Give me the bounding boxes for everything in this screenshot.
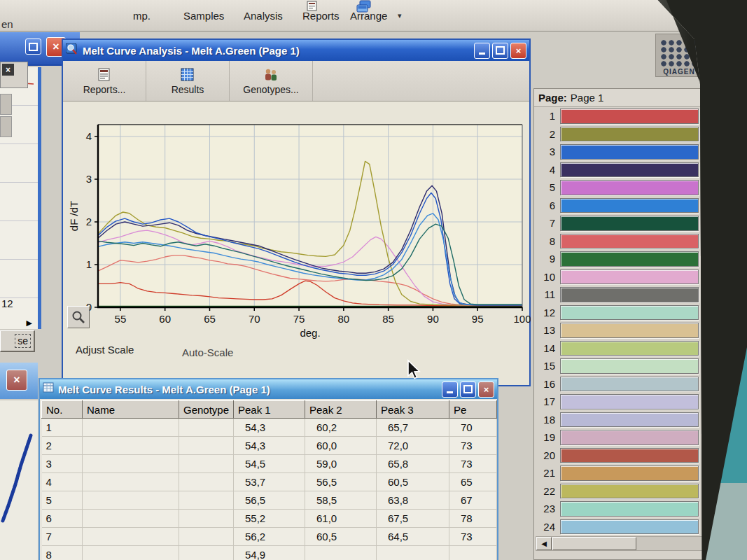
- table-cell[interactable]: 67: [449, 491, 497, 510]
- table-cell[interactable]: 60,5: [377, 473, 449, 491]
- table-cell[interactable]: 58,5: [305, 491, 377, 510]
- table-cell[interactable]: 65: [449, 473, 497, 491]
- scrollbar-thumb[interactable]: [552, 537, 636, 550]
- table-cell[interactable]: [83, 419, 179, 437]
- minimize-button[interactable]: [474, 43, 490, 59]
- table-cell[interactable]: [83, 510, 179, 528]
- row-number-cell[interactable]: 7: [42, 528, 83, 546]
- sample-color-swatch[interactable]: [560, 162, 699, 178]
- close-button-partial[interactable]: se: [0, 330, 35, 352]
- table-cell[interactable]: [83, 437, 179, 455]
- sample-color-swatch[interactable]: [560, 501, 699, 517]
- sample-color-swatch[interactable]: [560, 198, 699, 214]
- row-number-cell[interactable]: 8: [42, 546, 83, 560]
- table-cell[interactable]: 78: [449, 510, 497, 528]
- table-cell[interactable]: [179, 510, 234, 528]
- sample-color-swatch[interactable]: [560, 448, 699, 463]
- close-button[interactable]: ×: [478, 382, 494, 398]
- table-cell[interactable]: 60,2: [305, 419, 377, 437]
- table-cell[interactable]: 54,9: [234, 546, 305, 560]
- column-header-name[interactable]: Name: [83, 401, 179, 419]
- sample-color-swatch[interactable]: [560, 180, 699, 195]
- table-cell[interactable]: 54,3: [234, 437, 305, 455]
- table-cell[interactable]: 70: [449, 419, 497, 437]
- sample-color-swatch[interactable]: [560, 108, 699, 124]
- dropdown-arrow-icon[interactable]: ▾: [398, 11, 402, 20]
- sample-color-swatch[interactable]: [560, 465, 699, 481]
- sample-color-swatch[interactable]: [560, 216, 699, 231]
- sample-color-swatch[interactable]: [560, 341, 699, 356]
- table-cell[interactable]: [179, 491, 234, 510]
- row-number-cell[interactable]: 6: [42, 510, 83, 528]
- table-cell[interactable]: [83, 473, 179, 491]
- column-header-genotype[interactable]: Genotype: [179, 401, 234, 419]
- table-cell[interactable]: 65,7: [377, 419, 449, 437]
- maximize-button[interactable]: [25, 38, 41, 55]
- table-cell[interactable]: 56,5: [305, 473, 377, 491]
- table-cell[interactable]: [83, 546, 179, 560]
- sample-color-swatch[interactable]: [560, 484, 699, 499]
- zoom-tool-button[interactable]: [67, 306, 90, 328]
- sample-color-swatch[interactable]: [560, 270, 699, 285]
- adjust-scale-button[interactable]: Adjust Scale: [76, 344, 134, 356]
- row-number-cell[interactable]: 3: [42, 455, 83, 473]
- table-cell[interactable]: 63,8: [377, 491, 449, 510]
- table-cell[interactable]: 73: [449, 437, 497, 455]
- maximize-button[interactable]: [492, 43, 508, 59]
- row-number-cell[interactable]: 2: [42, 437, 83, 455]
- table-cell[interactable]: 56,5: [234, 491, 305, 510]
- sample-color-swatch[interactable]: [560, 394, 699, 410]
- sample-color-swatch[interactable]: [560, 412, 699, 428]
- maximize-button[interactable]: [460, 382, 476, 398]
- sample-color-swatch[interactable]: [560, 251, 699, 267]
- play-arrow-icon[interactable]: ▶: [27, 318, 32, 328]
- table-cell[interactable]: [179, 546, 234, 560]
- table-cell[interactable]: 54,3: [234, 419, 305, 437]
- table-cell[interactable]: 73: [449, 455, 497, 473]
- table-cell[interactable]: [377, 546, 449, 560]
- sample-color-swatch[interactable]: [560, 323, 699, 338]
- close-button[interactable]: ×: [6, 370, 27, 391]
- menu-item-partial[interactable]: mp.: [133, 10, 151, 22]
- background-panel-close[interactable]: ×: [0, 62, 28, 88]
- analysis-window-titlebar[interactable]: Melt Curve Analysis - Melt A.Green (Page…: [63, 40, 529, 61]
- table-cell[interactable]: 54,5: [234, 455, 305, 473]
- table-cell[interactable]: 67,5: [377, 510, 449, 528]
- table-cell[interactable]: [179, 455, 234, 473]
- table-cell[interactable]: [449, 546, 497, 560]
- sample-color-swatch[interactable]: [560, 305, 699, 321]
- close-button[interactable]: ×: [510, 43, 526, 59]
- list-item[interactable]: [0, 94, 12, 115]
- sample-color-swatch[interactable]: [560, 519, 699, 535]
- genotypes-button[interactable]: Genotypes...: [230, 61, 313, 101]
- sample-color-swatch[interactable]: [560, 430, 699, 445]
- column-header-pe[interactable]: Pe: [449, 401, 497, 419]
- row-number-cell[interactable]: 1: [42, 419, 83, 437]
- table-cell[interactable]: 61,0: [305, 510, 377, 528]
- column-header-peak-2[interactable]: Peak 2: [305, 401, 377, 419]
- results-window-titlebar[interactable]: Melt Curve Results - Melt A.Green (Page …: [40, 379, 497, 399]
- table-cell[interactable]: 56,2: [234, 528, 305, 546]
- table-cell[interactable]: 72,0: [377, 437, 449, 455]
- table-cell[interactable]: 60,0: [305, 437, 377, 455]
- table-cell[interactable]: [83, 455, 179, 473]
- table-cell[interactable]: [305, 546, 377, 560]
- auto-scale-button[interactable]: Auto-Scale: [182, 346, 233, 358]
- page-panel-scrollbar[interactable]: ◀: [536, 536, 704, 551]
- melt-curve-chart[interactable]: 55606570758085909510001234deg.dF /dT: [69, 104, 531, 342]
- table-cell[interactable]: 73: [449, 528, 497, 546]
- sample-color-swatch[interactable]: [560, 287, 699, 302]
- minimize-button[interactable]: [442, 382, 458, 398]
- table-cell[interactable]: 64,5: [377, 528, 449, 546]
- menu-item-samples[interactable]: Samples: [183, 10, 224, 22]
- table-cell[interactable]: 65,8: [377, 455, 449, 473]
- table-cell[interactable]: 55,2: [234, 510, 305, 528]
- column-header-no-[interactable]: No.: [42, 401, 83, 419]
- sample-color-swatch[interactable]: [560, 127, 699, 142]
- scroll-left-button[interactable]: ◀: [536, 537, 552, 550]
- sample-color-swatch[interactable]: [560, 377, 699, 392]
- row-number-cell[interactable]: 5: [42, 491, 83, 510]
- table-cell[interactable]: [179, 528, 234, 546]
- column-header-peak-3[interactable]: Peak 3: [377, 401, 449, 419]
- menu-item-analysis[interactable]: Analysis: [244, 10, 283, 22]
